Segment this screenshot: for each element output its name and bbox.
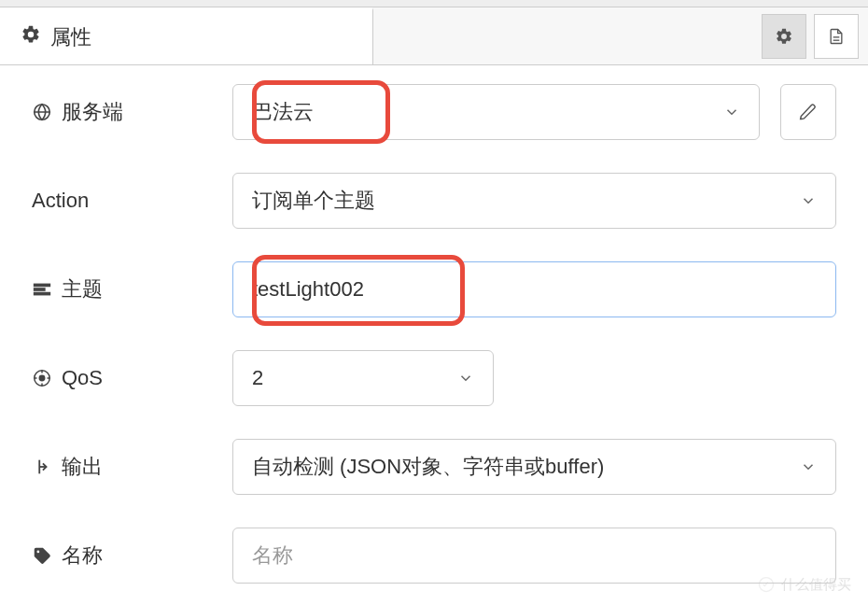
svg-point-13 <box>37 551 40 554</box>
label-action-text: Action <box>32 189 89 213</box>
edit-server-button[interactable] <box>780 84 836 140</box>
row-output: 输出 自动检测 (JSON对象、字符串或buffer) <box>32 439 836 495</box>
chevron-down-icon <box>800 458 817 475</box>
svg-point-7 <box>39 375 45 381</box>
svg-rect-4 <box>34 288 46 291</box>
label-server: 服务端 <box>32 98 232 126</box>
label-output-text: 输出 <box>62 453 103 481</box>
row-action: Action 订阅单个主题 <box>32 173 836 229</box>
row-server: 服务端 巴法云 <box>32 84 836 140</box>
qos-value: 2 <box>252 366 263 390</box>
server-select[interactable]: 巴法云 <box>232 84 760 140</box>
chevron-down-icon <box>723 104 740 120</box>
label-name-text: 名称 <box>62 542 103 570</box>
topic-input[interactable]: testLight002 <box>232 261 836 317</box>
tag-icon <box>32 545 52 566</box>
gear-icon <box>21 24 41 50</box>
output-select[interactable]: 自动检测 (JSON对象、字符串或buffer) <box>232 439 836 495</box>
topic-icon <box>32 279 52 300</box>
row-topic: 主题 testLight002 <box>32 261 836 317</box>
chevron-down-icon <box>800 192 817 209</box>
action-select[interactable]: 订阅单个主题 <box>232 173 836 229</box>
qos-select[interactable]: 2 <box>232 350 494 406</box>
header-actions <box>373 7 868 64</box>
tab-properties[interactable]: 属性 <box>0 7 373 64</box>
chevron-down-icon <box>457 370 474 387</box>
label-server-text: 服务端 <box>62 98 123 126</box>
window-topbar <box>0 0 868 7</box>
output-icon <box>32 457 52 477</box>
document-button[interactable] <box>814 14 859 59</box>
label-qos: QoS <box>32 366 232 390</box>
row-name: 名称 名称 <box>32 528 836 584</box>
output-value: 自动检测 (JSON对象、字符串或buffer) <box>252 453 604 481</box>
settings-button[interactable] <box>762 14 806 59</box>
svg-rect-5 <box>34 292 50 296</box>
globe-icon <box>32 102 52 122</box>
server-value: 巴法云 <box>252 98 314 126</box>
header-row: 属性 <box>0 7 868 65</box>
form-body: 服务端 巴法云 Action 订阅单个主题 主题 <box>0 65 868 605</box>
svg-rect-3 <box>34 284 50 288</box>
row-qos: QoS 2 <box>32 350 836 406</box>
label-name: 名称 <box>32 542 232 570</box>
label-action: Action <box>32 189 232 213</box>
action-value: 订阅单个主题 <box>252 187 375 215</box>
name-input[interactable]: 名称 <box>232 528 836 584</box>
topic-value: testLight002 <box>252 277 364 302</box>
qos-icon <box>32 368 52 388</box>
tab-label: 属性 <box>50 23 91 51</box>
pencil-icon <box>799 103 818 121</box>
label-topic: 主题 <box>32 275 232 303</box>
label-output: 输出 <box>32 453 232 481</box>
label-qos-text: QoS <box>62 366 103 390</box>
label-topic-text: 主题 <box>62 275 103 303</box>
name-placeholder: 名称 <box>252 542 293 570</box>
